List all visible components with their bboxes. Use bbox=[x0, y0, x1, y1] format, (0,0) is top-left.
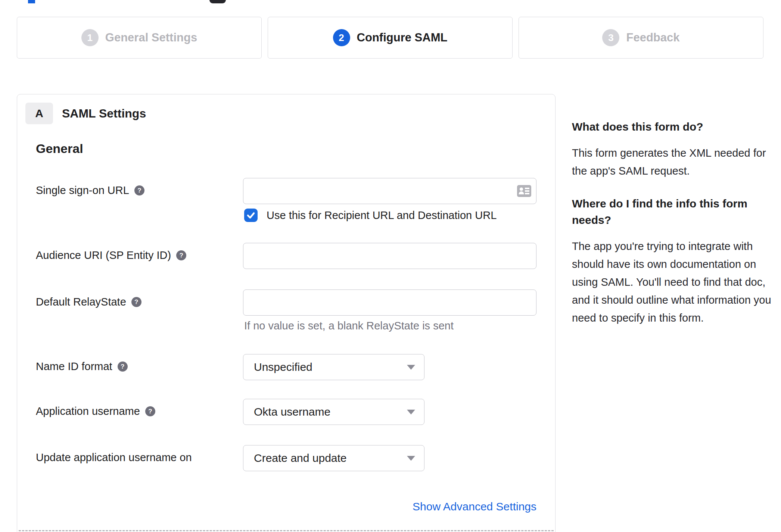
audience-uri-input[interactable] bbox=[243, 243, 536, 269]
show-advanced-settings-link[interactable]: Show Advanced Settings bbox=[413, 500, 536, 513]
clipped-dark-button-fragment bbox=[209, 0, 226, 3]
general-group-heading: General bbox=[36, 141, 83, 156]
sso-url-input[interactable] bbox=[243, 178, 536, 204]
recipient-url-checkbox-label[interactable]: Use this for Recipient URL and Destinati… bbox=[267, 209, 497, 222]
chevron-down-icon bbox=[407, 365, 415, 370]
chevron-down-icon bbox=[407, 456, 415, 461]
step-feedback[interactable]: 3 Feedback bbox=[519, 17, 763, 59]
help-icon[interactable]: ? bbox=[134, 185, 144, 195]
advanced-link-row: Show Advanced Settings bbox=[243, 500, 536, 513]
default-relaystate-label-cell: Default RelayState ? bbox=[36, 290, 243, 308]
help-icon[interactable]: ? bbox=[118, 362, 128, 372]
contact-card-icon[interactable] bbox=[517, 185, 531, 197]
audience-uri-label-cell: Audience URI (SP Entity ID) ? bbox=[36, 243, 243, 262]
name-id-format-select[interactable]: Unspecified bbox=[243, 354, 424, 380]
recipient-url-checkbox-row: Use this for Recipient URL and Destinati… bbox=[244, 209, 497, 222]
help-icon[interactable]: ? bbox=[131, 297, 141, 307]
application-username-label: Application username bbox=[36, 405, 140, 417]
application-username-selected-value: Okta username bbox=[254, 406, 330, 418]
panel-header: A SAML Settings bbox=[25, 103, 146, 124]
update-application-username-label-cell: Update application username on bbox=[36, 445, 243, 464]
sidebar-body-what: This form generates the XML needed for t… bbox=[572, 144, 774, 180]
default-relaystate-label: Default RelayState bbox=[36, 296, 126, 308]
application-username-row: Application username ? Okta username bbox=[36, 399, 424, 425]
name-id-format-label: Name ID format bbox=[36, 360, 112, 373]
update-application-username-label: Update application username on bbox=[36, 451, 192, 464]
name-id-format-selected-value: Unspecified bbox=[254, 361, 312, 373]
chevron-down-icon bbox=[407, 410, 415, 414]
name-id-format-row: Name ID format ? Unspecified bbox=[36, 354, 424, 380]
sso-url-label-cell: Single sign-on URL ? bbox=[36, 178, 243, 197]
sidebar-body-where: The app you're trying to integrate with … bbox=[572, 237, 774, 327]
step-label: General Settings bbox=[105, 31, 197, 44]
recipient-url-checkbox[interactable] bbox=[244, 209, 258, 222]
update-application-username-row: Update application username on Create an… bbox=[36, 445, 424, 471]
application-username-select[interactable]: Okta username bbox=[243, 399, 424, 425]
help-sidebar: What does this form do? This form genera… bbox=[572, 119, 774, 342]
panel-title: SAML Settings bbox=[62, 107, 146, 121]
wizard-stepper: 1 General Settings 2 Configure SAML 3 Fe… bbox=[17, 17, 763, 59]
step-number-badge: 1 bbox=[81, 29, 99, 46]
sso-url-label: Single sign-on URL bbox=[36, 184, 129, 197]
sso-url-row: Single sign-on URL ? bbox=[36, 178, 536, 204]
step-number-badge: 3 bbox=[602, 29, 619, 46]
step-configure-saml[interactable]: 2 Configure SAML bbox=[268, 17, 513, 59]
audience-uri-label: Audience URI (SP Entity ID) bbox=[36, 249, 171, 262]
help-icon[interactable]: ? bbox=[145, 406, 155, 416]
audience-uri-row: Audience URI (SP Entity ID) ? bbox=[36, 243, 536, 269]
saml-settings-panel: A SAML Settings General Single sign-on U… bbox=[17, 94, 556, 532]
step-general-settings[interactable]: 1 General Settings bbox=[17, 17, 262, 59]
application-username-label-cell: Application username ? bbox=[36, 399, 243, 417]
step-label: Configure SAML bbox=[357, 31, 448, 44]
clipped-blue-tab-fragment bbox=[28, 0, 35, 3]
sidebar-heading-where: Where do I find the info this form needs… bbox=[572, 195, 774, 228]
sidebar-heading-what: What does this form do? bbox=[572, 119, 774, 135]
step-number-badge: 2 bbox=[333, 29, 350, 46]
section-a-badge: A bbox=[25, 103, 53, 124]
dashed-divider bbox=[19, 530, 554, 531]
check-icon bbox=[246, 211, 255, 220]
update-application-username-select[interactable]: Create and update bbox=[243, 445, 424, 471]
default-relaystate-row: Default RelayState ? bbox=[36, 290, 536, 316]
default-relaystate-input[interactable] bbox=[243, 290, 536, 316]
step-label: Feedback bbox=[626, 31, 679, 44]
name-id-format-label-cell: Name ID format ? bbox=[36, 354, 243, 373]
relaystate-hint: If no value is set, a blank RelayState i… bbox=[244, 320, 454, 332]
sso-url-input-wrap bbox=[243, 178, 536, 204]
help-icon[interactable]: ? bbox=[176, 250, 186, 260]
update-application-username-selected-value: Create and update bbox=[254, 452, 347, 464]
